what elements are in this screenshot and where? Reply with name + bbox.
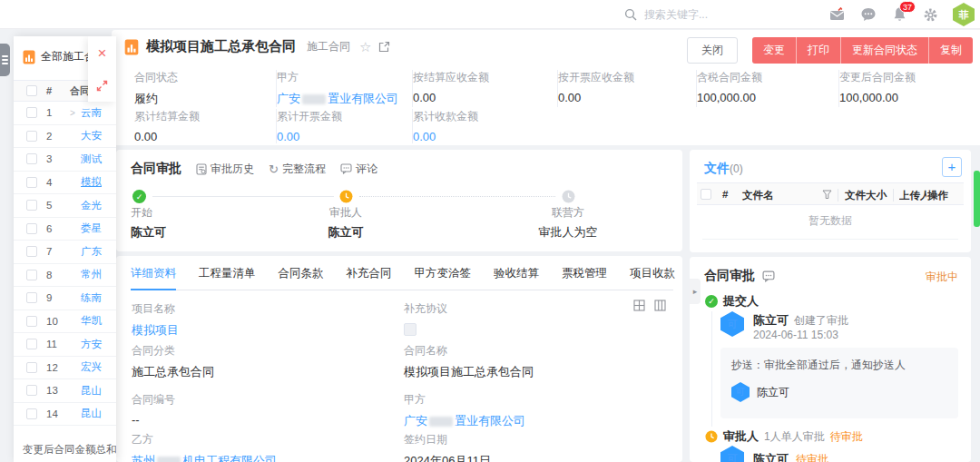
files-count: (0) xyxy=(730,162,743,175)
contract-link[interactable]: 云南 xyxy=(81,106,102,120)
table-row: 3测试 xyxy=(14,148,116,172)
contract-link[interactable]: 昆山 xyxy=(81,407,102,420)
tab-acceptance[interactable]: 验收结算 xyxy=(494,256,539,290)
contract-link[interactable]: 华凯 xyxy=(81,314,102,328)
row-checkbox[interactable] xyxy=(26,107,37,118)
favorite-star-icon[interactable]: ☆ xyxy=(359,39,371,55)
row-index: 3 xyxy=(46,153,70,164)
cc-note-text: 抄送：审批全部通过后，通知抄送人 xyxy=(731,358,947,373)
contract-link[interactable]: 娄星 xyxy=(81,221,102,235)
tab-tax[interactable]: 票税管理 xyxy=(562,256,607,290)
close-button[interactable]: 关闭 xyxy=(687,37,738,64)
close-icon[interactable]: × xyxy=(88,36,116,69)
row-index: 13 xyxy=(46,385,70,396)
row-checkbox[interactable] xyxy=(26,131,37,142)
menu-lines-icon xyxy=(2,55,8,57)
filter-funnel-icon[interactable] xyxy=(822,190,832,200)
print-button[interactable]: 打印 xyxy=(796,37,840,64)
stat-total-received: 累计收款金额 0.00 xyxy=(413,109,558,143)
stat-contract-status: 合同状态 履约 xyxy=(134,70,277,107)
add-file-button[interactable]: + xyxy=(942,157,962,177)
row-checkbox[interactable] xyxy=(26,316,37,327)
row-checkbox[interactable] xyxy=(26,408,37,419)
stat-tax-amount: 含税合同金额 100,000.00 xyxy=(697,70,839,107)
comment-icon xyxy=(340,163,352,174)
panel-collapse-handle[interactable]: ▸ xyxy=(690,279,701,304)
row-checkbox[interactable] xyxy=(26,362,37,373)
total-invoiced-link[interactable]: 0.00 xyxy=(277,130,403,143)
expand-chevron-icon[interactable]: > xyxy=(70,108,81,118)
user-avatar[interactable]: 菲 xyxy=(953,3,975,26)
contract-link[interactable]: 大安 xyxy=(81,129,102,143)
tab-receipts[interactable]: 项目收款 xyxy=(630,256,675,290)
settings-gear-icon[interactable] xyxy=(922,6,938,23)
row-checkbox[interactable] xyxy=(26,339,37,349)
row-checkbox[interactable] xyxy=(26,385,37,396)
contract-link[interactable]: 金光 xyxy=(81,199,102,212)
approval-history-link[interactable]: 审批历史 xyxy=(196,162,254,177)
row-checkbox[interactable] xyxy=(26,200,37,211)
contract-link[interactable]: 广东 xyxy=(81,245,102,259)
flow-step-approver: 审批人 陈立可 xyxy=(328,205,364,241)
tab-bar: 详细资料 工程量清单 合同条款 补充合同 甲方变洽签 验收结算 票税管理 项目收… xyxy=(131,256,673,290)
contract-link[interactable]: 测试 xyxy=(81,152,102,166)
chat-icon[interactable] xyxy=(860,6,877,23)
party-a-link[interactable]: 广安置业有限公司 xyxy=(277,91,403,107)
table-row: 6娄星 xyxy=(14,218,116,241)
tab-terms[interactable]: 合同条款 xyxy=(279,256,324,290)
column-view-icon[interactable] xyxy=(654,300,666,311)
party-b-link[interactable]: 苏州机电工程有限公司 xyxy=(132,453,277,462)
files-select-all-checkbox[interactable] xyxy=(701,189,711,200)
files-table-header: # 文件名 文件大小 上传人 操作 xyxy=(697,182,964,205)
stat-total-settled: 累计结算金额 0.00 xyxy=(134,109,277,143)
scrollbar-thumb[interactable] xyxy=(974,171,980,227)
col-index: # xyxy=(46,85,70,96)
contract-link[interactable]: 宏兴 xyxy=(81,360,102,374)
table-row: 10华凯 xyxy=(14,310,116,334)
expand-icon[interactable] xyxy=(88,69,116,102)
copy-button[interactable]: 复制 xyxy=(928,37,973,64)
stat-total-invoiced: 累计开票金额 0.00 xyxy=(277,109,413,143)
select-all-checkbox[interactable] xyxy=(26,85,37,96)
row-index: 11 xyxy=(46,339,70,349)
contract-link[interactable]: 常州 xyxy=(81,268,102,281)
contract-link[interactable]: 昆山 xyxy=(81,384,102,398)
row-checkbox[interactable] xyxy=(26,292,37,303)
comment-icon[interactable] xyxy=(762,270,775,282)
supplement-checkbox[interactable] xyxy=(404,323,416,336)
row-checkbox[interactable] xyxy=(26,270,37,280)
tab-boq[interactable]: 工程量清单 xyxy=(199,256,256,290)
row-checkbox[interactable] xyxy=(26,177,37,188)
table-row: 7广东 xyxy=(14,241,116,264)
grid-view-icon[interactable] xyxy=(633,300,645,311)
row-index: 8 xyxy=(46,270,70,280)
comments-link[interactable]: 评论 xyxy=(340,162,377,177)
cc-note-box: 抄送：审批全部通过后，通知抄送人 可 陈立可 xyxy=(720,348,958,418)
update-status-button[interactable]: 更新合同状态 xyxy=(840,37,928,64)
project-link[interactable]: 模拟项目 xyxy=(132,322,179,339)
total-received-link[interactable]: 0.00 xyxy=(413,130,549,143)
row-checkbox[interactable] xyxy=(26,246,37,257)
row-checkbox[interactable] xyxy=(26,153,37,164)
full-process-link[interactable]: ↻ 完整流程 xyxy=(269,162,326,177)
tab-party-a-changes[interactable]: 甲方变洽签 xyxy=(415,256,472,290)
mail-icon[interactable] xyxy=(829,6,846,23)
party-a-link[interactable]: 广安置业有限公司 xyxy=(404,413,525,429)
row-checkbox[interactable] xyxy=(26,223,37,234)
row-index: 7 xyxy=(46,246,70,257)
tab-detail-info[interactable]: 详细资料 xyxy=(131,256,176,290)
global-search[interactable] xyxy=(624,0,762,29)
search-input[interactable] xyxy=(644,8,762,21)
table-row: 14昆山 xyxy=(14,403,116,427)
change-button[interactable]: 变更 xyxy=(752,37,796,64)
contract-link[interactable]: 练南 xyxy=(81,291,102,305)
tab-supplement[interactable]: 补充合同 xyxy=(347,256,392,290)
contract-link-active[interactable]: 模拟 xyxy=(81,175,102,189)
sidebar-collapse-handle[interactable] xyxy=(0,44,10,76)
notification-badge: 37 xyxy=(899,1,916,13)
contract-link[interactable]: 方安 xyxy=(81,338,102,351)
notifications-bell-icon[interactable]: 37 xyxy=(891,6,907,23)
files-title: 文件 xyxy=(704,161,730,175)
external-link-icon[interactable] xyxy=(378,41,390,53)
field-category: 合同分类 施工总承包合同 xyxy=(132,343,214,380)
